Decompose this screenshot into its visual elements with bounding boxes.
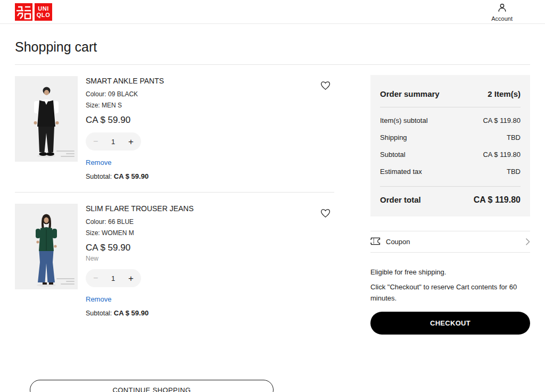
reserve-note: Click "Checkout" to reserve Cart content…	[370, 281, 530, 304]
item-name[interactable]: SLIM FLARE TROUSER JEANS	[86, 204, 320, 213]
order-summary-item-count: 2 Item(s)	[488, 89, 521, 98]
quantity-stepper: − 1 +	[86, 132, 141, 151]
coupon-row[interactable]: Coupon	[370, 231, 530, 253]
logo-text-top: UNI	[38, 5, 49, 12]
order-summary-panel: Order summary 2 Item(s) Item(s) subtotal…	[370, 75, 530, 216]
logo-text-bottom: QLO	[37, 12, 51, 18]
chevron-right-icon	[525, 238, 530, 246]
uniqlo-logo[interactable]: UNI QLO	[15, 3, 52, 21]
summary-row-label: Subtotal	[380, 151, 406, 159]
checkout-button[interactable]: CHECKOUT	[370, 312, 530, 335]
summary-row-value: CA $ 119.80	[483, 116, 521, 124]
cart-item-smart-ankle-pants: SMART ANKLE PANTS Colour: 09 BLACK Size:…	[15, 65, 334, 193]
uniqlo-logo-jp-icon	[15, 3, 32, 21]
item-subtotal: Subtotal: CA $ 59.90	[86, 172, 320, 180]
free-shipping-note: Eligible for free shipping.	[370, 268, 530, 276]
summary-row-value: TBD	[507, 168, 521, 176]
item-size: Size: WOMEN M	[86, 229, 320, 237]
item-price: CA $ 59.90	[86, 115, 320, 126]
summary-row-label: Shipping	[380, 134, 407, 141]
quantity-decrease-button[interactable]: −	[93, 274, 98, 282]
item-subtotal-value: CA $ 59.90	[114, 172, 148, 180]
quantity-decrease-button[interactable]: −	[93, 137, 98, 146]
remove-item-link[interactable]: Remove	[86, 159, 111, 166]
uniqlo-logo-en-icon: UNI QLO	[35, 3, 52, 21]
cart-items-list: SMART ANKLE PANTS Colour: 09 BLACK Size:…	[15, 65, 334, 329]
order-column: Order summary 2 Item(s) Item(s) subtotal…	[370, 65, 530, 335]
summary-row-shipping: Shipping TBD	[380, 129, 521, 146]
quantity-value: 1	[111, 274, 115, 282]
site-header: UNI QLO Account	[0, 0, 545, 24]
coupon-label: Coupon	[386, 238, 410, 246]
order-total-label: Order total	[380, 195, 421, 204]
new-badge: New	[86, 255, 320, 262]
summary-row-value: TBD	[507, 134, 521, 141]
quantity-value: 1	[111, 138, 115, 146]
quantity-stepper: − 1 +	[86, 269, 141, 287]
item-subtotal-label: Subtotal:	[86, 173, 112, 180]
item-price: CA $ 59.90	[86, 243, 320, 253]
model-info-caption	[56, 151, 75, 157]
order-summary-title: Order summary	[380, 89, 440, 98]
main-content: Shopping cart	[0, 24, 545, 392]
wishlist-button[interactable]	[320, 76, 334, 180]
summary-row-estimated-tax: Estimated tax TBD	[380, 163, 521, 180]
item-subtotal-value: CA $ 59.90	[114, 309, 148, 317]
cart-item-slim-flare-trouser-jeans: SLIM FLARE TROUSER JEANS Colour: 66 BLUE…	[15, 193, 334, 329]
page-title: Shopping cart	[15, 24, 530, 55]
quantity-increase-button[interactable]: +	[128, 274, 134, 283]
summary-row-value: CA $ 119.80	[483, 151, 521, 159]
account-button[interactable]: Account	[491, 2, 513, 22]
summary-row-subtotal: Subtotal CA $ 119.80	[380, 146, 521, 163]
wishlist-button[interactable]	[320, 204, 334, 317]
continue-shopping-button[interactable]: CONTINUE SHOPPING	[30, 380, 274, 392]
model-info-caption	[56, 278, 75, 285]
item-name[interactable]: SMART ANKLE PANTS	[86, 77, 320, 85]
product-image-slim-flare-trouser-jeans[interactable]	[15, 204, 78, 289]
account-label: Account	[491, 15, 513, 22]
product-image-smart-ankle-pants[interactable]	[15, 76, 78, 162]
order-total-row: Order total CA $ 119.80	[380, 186, 521, 205]
summary-row-items-subtotal: Item(s) subtotal CA $ 119.80	[380, 112, 521, 129]
heart-icon	[320, 83, 331, 92]
heart-icon	[320, 211, 331, 220]
item-colour: Colour: 66 BLUE	[86, 218, 320, 226]
person-icon	[497, 3, 507, 15]
item-details: SLIM FLARE TROUSER JEANS Colour: 66 BLUE…	[78, 204, 320, 317]
item-size: Size: MEN S	[86, 102, 320, 109]
remove-item-link[interactable]: Remove	[86, 295, 111, 303]
summary-row-label: Estimated tax	[380, 168, 422, 176]
ticket-icon	[370, 237, 381, 247]
item-subtotal: Subtotal: CA $ 59.90	[86, 309, 320, 317]
order-total-value: CA $ 119.80	[474, 195, 521, 205]
item-colour: Colour: 09 BLACK	[86, 90, 320, 98]
quantity-increase-button[interactable]: +	[128, 137, 134, 146]
summary-row-label: Item(s) subtotal	[380, 116, 428, 124]
item-details: SMART ANKLE PANTS Colour: 09 BLACK Size:…	[78, 76, 320, 180]
item-subtotal-label: Subtotal:	[86, 310, 112, 317]
